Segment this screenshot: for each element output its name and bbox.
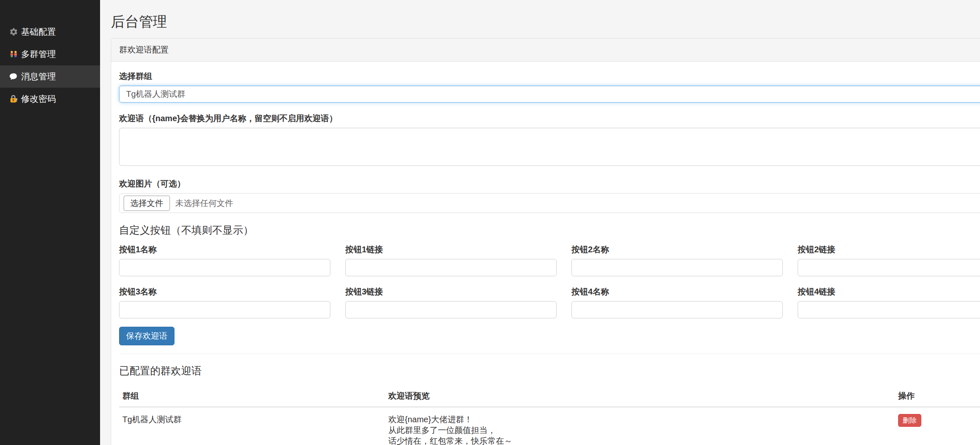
welcome-image-label: 欢迎图片（可选）	[119, 178, 980, 189]
table-header-group: 群组	[119, 385, 385, 407]
delete-button[interactable]: 删除	[898, 414, 921, 427]
table-header-action: 操作	[895, 385, 980, 407]
configured-welcomes-heading: 已配置的群欢迎语	[119, 364, 980, 378]
save-welcome-button[interactable]: 保存欢迎语	[119, 327, 174, 345]
lock-icon	[9, 94, 18, 103]
welcome-config-panel: 群欢迎语配置 选择群组 Tg机器人测试群 欢迎语（{name}会替换为用户名称，…	[111, 38, 980, 445]
button-2-link-input[interactable]	[798, 259, 980, 276]
divider	[119, 354, 980, 354]
choose-file-button[interactable]: 选择文件	[124, 196, 170, 211]
button-4-link-label: 按钮4链接	[798, 286, 980, 297]
sidebar-item-change-password[interactable]: 修改密码	[0, 88, 100, 110]
panel-heading: 群欢迎语配置	[111, 38, 980, 62]
group-select-label: 选择群组	[119, 71, 980, 82]
button-3-name-label: 按钮3名称	[119, 286, 330, 297]
sidebar-item-label: 消息管理	[21, 71, 56, 82]
button-2-name-input[interactable]	[571, 259, 783, 276]
sidebar-item-group-management[interactable]: 多群管理	[0, 43, 100, 65]
welcome-text-label: 欢迎语（{name}会替换为用户名称，留空则不启用欢迎语）	[119, 113, 980, 124]
gear-icon	[9, 27, 18, 36]
button-3-link-input[interactable]	[345, 301, 557, 318]
sidebar-item-label: 基础配置	[21, 26, 56, 38]
button-4-link-input[interactable]	[798, 301, 980, 318]
sidebar-item-label: 修改密码	[21, 93, 56, 105]
file-status-text: 未选择任何文件	[175, 198, 233, 209]
custom-buttons-heading: 自定义按钮（不填则不显示）	[119, 223, 980, 237]
button-1-link-label: 按钮1链接	[345, 244, 557, 255]
preview-line: 欢迎{name}大佬进群！	[388, 414, 892, 425]
table-header-preview: 欢迎语预览	[385, 385, 895, 407]
table-row: Tg机器人测试群 欢迎{name}大佬进群！ 从此群里多了一位颜值担当， 话少情…	[119, 407, 980, 445]
welcome-image-file-input[interactable]: 选择文件 未选择任何文件	[119, 193, 980, 213]
button-4-name-input[interactable]	[571, 301, 783, 318]
preview-line: 话少情在，红包常来，快乐常在～	[388, 435, 892, 445]
speech-bubble-icon	[9, 72, 18, 81]
button-4-name-label: 按钮4名称	[571, 286, 783, 297]
preview-line: 从此群里多了一位颜值担当，	[388, 425, 892, 435]
button-2-name-label: 按钮2名称	[571, 244, 783, 255]
button-2-link-label: 按钮2链接	[798, 244, 980, 255]
configured-welcomes-table: 群组 欢迎语预览 操作 Tg机器人测试群 欢迎{name}大佬进群！ 从此群里多…	[119, 385, 980, 445]
button-1-link-input[interactable]	[345, 259, 557, 276]
main-content: 后台管理 群欢迎语配置 选择群组 Tg机器人测试群 欢迎语（{name}会替换为…	[100, 0, 980, 445]
button-1-name-input[interactable]	[119, 259, 330, 276]
button-1-name-label: 按钮1名称	[119, 244, 330, 255]
custom-buttons-grid: 按钮1名称 按钮1链接 按钮2名称 按钮2链接 按钮3名称	[119, 244, 980, 318]
page-title: 后台管理	[111, 14, 980, 29]
users-icon	[9, 50, 18, 59]
sidebar-item-message-management[interactable]: 消息管理	[0, 65, 100, 88]
sidebar-item-label: 多群管理	[21, 48, 56, 60]
group-select[interactable]: Tg机器人测试群	[119, 86, 980, 103]
welcome-textarea[interactable]	[119, 128, 980, 166]
button-3-link-label: 按钮3链接	[345, 286, 557, 297]
sidebar: 基础配置 多群管理 消息管理	[0, 0, 100, 445]
button-3-name-input[interactable]	[119, 301, 330, 318]
sidebar-item-basic-config[interactable]: 基础配置	[0, 21, 100, 43]
panel-body: 选择群组 Tg机器人测试群 欢迎语（{name}会替换为用户名称，留空则不启用欢…	[111, 62, 980, 445]
row-preview: 欢迎{name}大佬进群！ 从此群里多了一位颜值担当， 话少情在，红包常来，快乐…	[385, 407, 895, 445]
row-group-name: Tg机器人测试群	[119, 407, 385, 445]
